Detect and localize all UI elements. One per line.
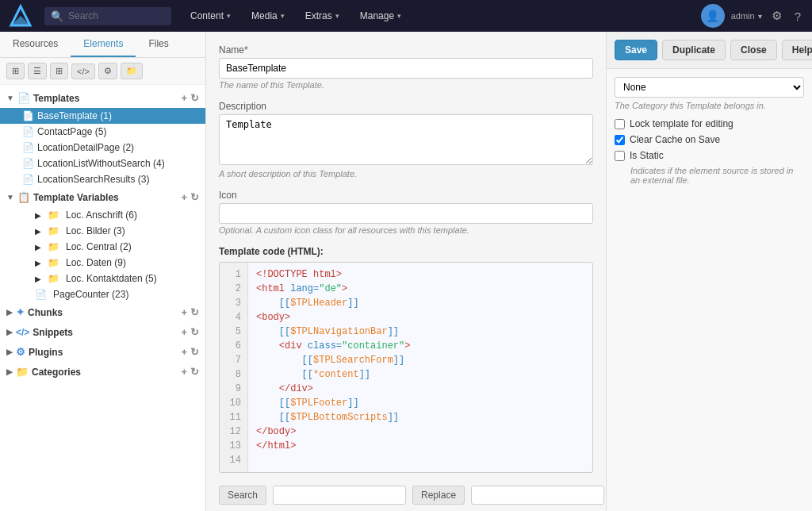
tab-elements[interactable]: Elements [71,32,136,57]
chunks-label: Chunks [28,307,63,318]
lock-template-row: Lock template for editing [615,118,804,129]
template-vars-actions: + ↻ [181,191,199,203]
nav-manage[interactable]: Manage ▾ [350,6,411,26]
tv-kontaktdaten[interactable]: ▶ 📁 Loc. Kontaktdaten (5) [0,271,205,286]
refresh-plugin-icon[interactable]: ↻ [190,346,199,358]
nav-media[interactable]: Media ▾ [242,6,294,26]
lock-label[interactable]: Lock template for editing [630,118,733,129]
refresh-chunk-icon[interactable]: ↻ [190,306,199,318]
tv-arrow: ▶ [35,275,41,283]
tv-arrow: ▶ [35,227,41,236]
section-categories: ▶ 📁 Categories + ↻ [0,362,205,382]
add-tv-icon[interactable]: + [181,191,187,203]
tree-item-locationlist[interactable]: 📄 LocationListWithoutSearch (4) [0,156,205,171]
tool-columns[interactable]: ⊞ [6,63,25,79]
save-button[interactable]: Save [615,40,657,60]
snippets-header[interactable]: ▶ </> Snippets + ↻ [0,322,205,342]
categories-header[interactable]: ▶ 📁 Categories + ↻ [0,362,205,382]
help-icon[interactable]: ? [791,6,804,26]
top-navigation: 🔍 Content ▾ Media ▾ Extras ▾ Manage ▾ 👤 … [0,0,812,32]
is-static-hint: Indicates if the element source is store… [630,166,804,185]
tv-pagecounter[interactable]: 📄 PageCounter (23) [0,286,205,302]
main-layout: Resources Elements Files ⊞ ☰ ⊞ </> ⚙ 📁 ▼… [0,32,812,511]
tool-code[interactable]: </> [71,63,95,79]
clear-cache-label[interactable]: Clear Cache on Save [630,134,720,145]
nav-right: 👤 admin ▾ ⚙ ? [701,4,804,28]
lock-checkbox[interactable] [615,119,625,129]
add-snippet-icon[interactable]: + [181,326,187,338]
section-snippets: ▶ </> Snippets + ↻ [0,322,205,342]
tool-list[interactable]: ☰ [28,63,47,79]
refresh-category-icon[interactable]: ↻ [190,366,199,378]
description-textarea[interactable] [219,114,593,165]
add-plugin-icon[interactable]: + [181,346,187,358]
add-chunk-icon[interactable]: + [181,306,187,318]
search-input[interactable] [68,10,163,21]
duplicate-button[interactable]: Duplicate [662,40,726,60]
tool-settings[interactable]: ⚙ [98,63,117,79]
name-input[interactable] [219,58,593,79]
user-menu[interactable]: admin ▾ [731,11,762,21]
manage-arrow: ▾ [397,12,401,20]
template-vars-header[interactable]: ▼ 📋 Template Variables + ↻ [0,187,205,207]
snippets-icon: </> [16,327,29,338]
search-button[interactable]: Search [219,486,266,505]
search-box[interactable]: 🔍 [44,7,171,25]
line-numbers: 12345 678910 11121314 [220,263,248,472]
plugins-icon: ⚙ [16,346,25,358]
tab-files[interactable]: Files [136,32,181,57]
add-template-icon[interactable]: + [181,92,187,104]
template-vars-icon: 📋 [17,191,30,203]
tv-central[interactable]: ▶ 📁 Loc. Central (2) [0,239,205,255]
tree-item-locationsearch[interactable]: 📄 LocationSearchResults (3) [0,171,205,187]
nav-extras[interactable]: Extras ▾ [296,6,349,26]
clear-cache-checkbox[interactable] [615,135,625,145]
snippets-caret: ▶ [6,328,13,336]
icon-input[interactable] [219,203,593,224]
avatar[interactable]: 👤 [701,4,725,28]
templates-actions: + ↻ [181,92,199,104]
tv-daten[interactable]: ▶ 📁 Loc. Daten (9) [0,255,205,271]
settings-icon[interactable]: ⚙ [768,6,785,26]
tv-bilder[interactable]: ▶ 📁 Loc. Bilder (3) [0,223,205,239]
add-category-icon[interactable]: + [181,366,187,378]
media-arrow: ▾ [281,12,285,20]
tool-folder[interactable]: 📁 [121,63,143,79]
code-label: Template code (HTML): [219,246,593,257]
plugins-header[interactable]: ▶ ⚙ Plugins + ↻ [0,342,205,362]
code-editor[interactable]: 12345 678910 11121314 <!DOCTYPE html> <h… [219,262,593,473]
categories-actions: + ↻ [181,366,199,378]
chunks-header[interactable]: ▶ ✦ Chunks + ↻ [0,302,205,322]
tv-anschrift[interactable]: ▶ 📁 Loc. Anschrift (6) [0,207,205,223]
icon-field-row: Icon Optional. A custom icon class for a… [219,190,593,235]
tree-item-basetemplate[interactable]: 📄 BaseTemplate (1) [0,108,205,124]
content-area: Name* The name of this Template. Descrip… [206,32,606,511]
is-static-label[interactable]: Is Static [630,150,664,161]
replace-field[interactable] [471,486,604,505]
code-content[interactable]: <!DOCTYPE html> <html lang="de"> [[$TPLH… [248,263,592,472]
tree-item-locationdetail[interactable]: 📄 LocationDetailPage (2) [0,140,205,156]
tool-grid[interactable]: ⊞ [50,63,68,79]
refresh-templates-icon[interactable]: ↻ [190,92,199,104]
icon-hint: Optional. A custom icon class for all re… [219,225,593,235]
chunks-caret: ▶ [6,308,13,317]
file-icon: 📄 [22,142,34,153]
close-button[interactable]: Close [730,40,777,60]
refresh-tv-icon[interactable]: ↻ [190,191,199,203]
tree-item-contactpage[interactable]: 📄 ContactPage (5) [0,124,205,140]
refresh-snippet-icon[interactable]: ↻ [190,326,199,338]
plugins-label: Plugins [29,347,63,358]
code-editor-row: Template code (HTML): 12345 678910 11121… [219,246,593,505]
help-button[interactable]: Help! [782,40,812,60]
tv-arrow: ▶ [35,211,41,220]
tab-resources[interactable]: Resources [0,32,71,57]
search-field[interactable] [273,486,406,505]
file-icon: 📄 [22,110,34,121]
is-static-checkbox[interactable] [615,151,625,161]
logo[interactable] [8,3,33,29]
templates-header[interactable]: ▼ 📄 Templates + ↻ [0,88,205,108]
replace-button[interactable]: Replace [412,486,465,505]
nav-content[interactable]: Content ▾ [181,6,240,26]
category-select[interactable]: None [615,77,804,98]
section-plugins: ▶ ⚙ Plugins + ↻ [0,342,205,362]
